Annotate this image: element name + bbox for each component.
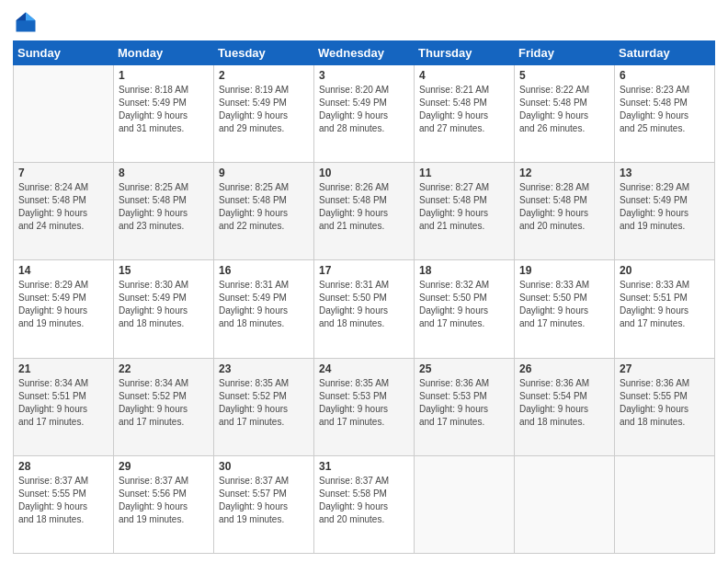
day-info: Sunrise: 8:37 AM Sunset: 5:57 PM Dayligh…	[219, 475, 309, 526]
day-number: 16	[219, 264, 309, 277]
day-number: 1	[119, 69, 209, 82]
day-info: Sunrise: 8:28 AM Sunset: 5:48 PM Dayligh…	[519, 181, 609, 233]
day-info: Sunrise: 8:31 AM Sunset: 5:49 PM Dayligh…	[219, 279, 309, 330]
calendar-cell: 20Sunrise: 8:33 AM Sunset: 5:51 PM Dayli…	[615, 260, 715, 358]
calendar-cell: 11Sunrise: 8:27 AM Sunset: 5:48 PM Dayli…	[415, 163, 515, 260]
calendar-cell	[615, 455, 715, 553]
day-info: Sunrise: 8:37 AM Sunset: 5:55 PM Dayligh…	[18, 475, 108, 526]
calendar-cell: 3Sunrise: 8:20 AM Sunset: 5:49 PM Daylig…	[314, 65, 415, 163]
calendar-cell: 21Sunrise: 8:34 AM Sunset: 5:51 PM Dayli…	[14, 358, 114, 455]
calendar-cell: 8Sunrise: 8:25 AM Sunset: 5:48 PM Daylig…	[114, 163, 214, 260]
day-number: 15	[119, 264, 209, 277]
logo-icon	[13, 9, 39, 35]
day-info: Sunrise: 8:25 AM Sunset: 5:48 PM Dayligh…	[219, 181, 309, 233]
calendar-cell: 14Sunrise: 8:29 AM Sunset: 5:49 PM Dayli…	[14, 260, 114, 358]
calendar-cell: 7Sunrise: 8:24 AM Sunset: 5:48 PM Daylig…	[14, 163, 114, 260]
calendar-week-row: 7Sunrise: 8:24 AM Sunset: 5:48 PM Daylig…	[14, 163, 715, 260]
calendar-cell: 13Sunrise: 8:29 AM Sunset: 5:49 PM Dayli…	[615, 163, 715, 260]
day-info: Sunrise: 8:37 AM Sunset: 5:58 PM Dayligh…	[319, 475, 409, 526]
day-number: 12	[519, 167, 609, 179]
calendar-week-row: 1Sunrise: 8:18 AM Sunset: 5:49 PM Daylig…	[14, 65, 715, 163]
day-info: Sunrise: 8:19 AM Sunset: 5:49 PM Dayligh…	[219, 84, 309, 135]
calendar-cell: 9Sunrise: 8:25 AM Sunset: 5:48 PM Daylig…	[214, 163, 314, 260]
day-info: Sunrise: 8:26 AM Sunset: 5:48 PM Dayligh…	[319, 181, 409, 233]
day-number: 31	[319, 460, 409, 473]
day-number: 23	[219, 362, 309, 375]
calendar-cell: 30Sunrise: 8:37 AM Sunset: 5:57 PM Dayli…	[214, 455, 314, 553]
day-number: 4	[419, 69, 509, 82]
day-number: 8	[119, 167, 209, 179]
calendar-week-row: 21Sunrise: 8:34 AM Sunset: 5:51 PM Dayli…	[14, 358, 715, 455]
calendar-cell: 16Sunrise: 8:31 AM Sunset: 5:49 PM Dayli…	[214, 260, 314, 358]
day-number: 5	[519, 69, 609, 82]
calendar-cell: 15Sunrise: 8:30 AM Sunset: 5:49 PM Dayli…	[114, 260, 214, 358]
calendar-cell	[14, 65, 114, 163]
calendar-cell: 5Sunrise: 8:22 AM Sunset: 5:48 PM Daylig…	[515, 65, 615, 163]
day-info: Sunrise: 8:30 AM Sunset: 5:49 PM Dayligh…	[119, 279, 209, 330]
calendar-cell: 27Sunrise: 8:36 AM Sunset: 5:55 PM Dayli…	[615, 358, 715, 455]
day-info: Sunrise: 8:21 AM Sunset: 5:48 PM Dayligh…	[419, 84, 509, 135]
day-info: Sunrise: 8:22 AM Sunset: 5:48 PM Dayligh…	[519, 84, 609, 135]
day-info: Sunrise: 8:29 AM Sunset: 5:49 PM Dayligh…	[620, 181, 710, 233]
day-number: 20	[620, 264, 710, 277]
day-info: Sunrise: 8:36 AM Sunset: 5:54 PM Dayligh…	[519, 377, 609, 429]
page: SundayMondayTuesdayWednesdayThursdayFrid…	[0, 0, 728, 563]
calendar-cell: 22Sunrise: 8:34 AM Sunset: 5:52 PM Dayli…	[114, 358, 214, 455]
calendar-week-row: 28Sunrise: 8:37 AM Sunset: 5:55 PM Dayli…	[14, 455, 715, 553]
day-info: Sunrise: 8:25 AM Sunset: 5:48 PM Dayligh…	[119, 181, 209, 233]
calendar-cell: 25Sunrise: 8:36 AM Sunset: 5:53 PM Dayli…	[415, 358, 515, 455]
calendar-cell: 2Sunrise: 8:19 AM Sunset: 5:49 PM Daylig…	[214, 65, 314, 163]
day-number: 29	[119, 460, 209, 473]
calendar-cell: 6Sunrise: 8:23 AM Sunset: 5:48 PM Daylig…	[615, 65, 715, 163]
calendar-cell	[415, 455, 515, 553]
day-number: 27	[620, 362, 710, 375]
day-number: 25	[419, 362, 509, 375]
day-info: Sunrise: 8:33 AM Sunset: 5:51 PM Dayligh…	[620, 279, 710, 330]
day-number: 24	[319, 362, 409, 375]
calendar-cell: 18Sunrise: 8:32 AM Sunset: 5:50 PM Dayli…	[415, 260, 515, 358]
day-info: Sunrise: 8:35 AM Sunset: 5:52 PM Dayligh…	[219, 377, 309, 429]
day-number: 26	[519, 362, 609, 375]
calendar-table: SundayMondayTuesdayWednesdayThursdayFrid…	[13, 40, 715, 554]
header	[13, 9, 715, 35]
day-number: 22	[119, 362, 209, 375]
calendar-header-row: SundayMondayTuesdayWednesdayThursdayFrid…	[14, 41, 715, 65]
day-info: Sunrise: 8:36 AM Sunset: 5:55 PM Dayligh…	[620, 377, 710, 429]
day-number: 2	[219, 69, 309, 82]
calendar-header-wednesday: Wednesday	[314, 41, 415, 65]
day-info: Sunrise: 8:23 AM Sunset: 5:48 PM Dayligh…	[620, 84, 710, 135]
day-info: Sunrise: 8:29 AM Sunset: 5:49 PM Dayligh…	[18, 279, 108, 330]
day-info: Sunrise: 8:35 AM Sunset: 5:53 PM Dayligh…	[319, 377, 409, 429]
day-number: 9	[219, 167, 309, 179]
day-number: 18	[419, 264, 509, 277]
day-info: Sunrise: 8:33 AM Sunset: 5:50 PM Dayligh…	[519, 279, 609, 330]
day-number: 10	[319, 167, 409, 179]
calendar-cell: 4Sunrise: 8:21 AM Sunset: 5:48 PM Daylig…	[415, 65, 515, 163]
calendar-header-sunday: Sunday	[14, 41, 114, 65]
calendar-cell: 26Sunrise: 8:36 AM Sunset: 5:54 PM Dayli…	[515, 358, 615, 455]
day-number: 7	[18, 167, 108, 179]
day-info: Sunrise: 8:24 AM Sunset: 5:48 PM Dayligh…	[18, 181, 108, 233]
day-info: Sunrise: 8:32 AM Sunset: 5:50 PM Dayligh…	[419, 279, 509, 330]
day-info: Sunrise: 8:34 AM Sunset: 5:51 PM Dayligh…	[18, 377, 108, 429]
calendar-header-friday: Friday	[515, 41, 615, 65]
day-info: Sunrise: 8:34 AM Sunset: 5:52 PM Dayligh…	[119, 377, 209, 429]
logo	[13, 9, 42, 35]
day-number: 13	[620, 167, 710, 179]
svg-marker-1	[26, 13, 36, 21]
day-number: 28	[18, 460, 108, 473]
day-number: 11	[419, 167, 509, 179]
calendar-cell: 24Sunrise: 8:35 AM Sunset: 5:53 PM Dayli…	[314, 358, 415, 455]
day-info: Sunrise: 8:37 AM Sunset: 5:56 PM Dayligh…	[119, 475, 209, 526]
calendar-cell: 12Sunrise: 8:28 AM Sunset: 5:48 PM Dayli…	[515, 163, 615, 260]
calendar-cell: 31Sunrise: 8:37 AM Sunset: 5:58 PM Dayli…	[314, 455, 415, 553]
day-info: Sunrise: 8:27 AM Sunset: 5:48 PM Dayligh…	[419, 181, 509, 233]
calendar-week-row: 14Sunrise: 8:29 AM Sunset: 5:49 PM Dayli…	[14, 260, 715, 358]
day-number: 14	[18, 264, 108, 277]
day-number: 3	[319, 69, 409, 82]
calendar-header-monday: Monday	[114, 41, 214, 65]
day-number: 17	[319, 264, 409, 277]
day-info: Sunrise: 8:20 AM Sunset: 5:49 PM Dayligh…	[319, 84, 409, 135]
calendar-cell: 28Sunrise: 8:37 AM Sunset: 5:55 PM Dayli…	[14, 455, 114, 553]
calendar-cell: 29Sunrise: 8:37 AM Sunset: 5:56 PM Dayli…	[114, 455, 214, 553]
